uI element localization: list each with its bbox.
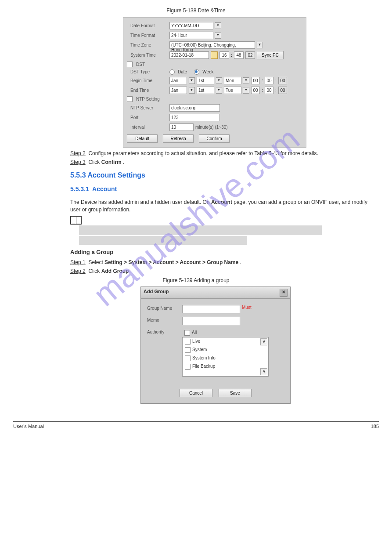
dst-checkbox[interactable] — [127, 62, 133, 67]
memo-input[interactable] — [182, 317, 240, 325]
scroll-down-icon[interactable]: ∨ — [260, 368, 267, 375]
system-info-checkbox[interactable] — [185, 355, 191, 361]
all-checkbox[interactable] — [184, 330, 190, 336]
section-title: Account Settings — [87, 171, 145, 179]
chevron-down-icon[interactable]: ▼ — [189, 87, 195, 94]
end-ord-select[interactable]: 1st — [197, 87, 214, 94]
time-sep: : — [231, 52, 232, 58]
note-line2-shade — [79, 236, 247, 245]
ntp-checkbox[interactable] — [127, 96, 133, 102]
time-hour-input[interactable]: 16 — [219, 51, 229, 59]
ntp-setting-label: NTP Setting — [136, 97, 160, 102]
chevron-down-icon[interactable]: ▼ — [215, 32, 221, 39]
port-input[interactable]: 123 — [169, 114, 220, 121]
sep: : — [262, 78, 263, 83]
end-s: 00 — [278, 87, 287, 94]
step3-text-b: Confirm — [101, 159, 122, 165]
subsection-account: 5.5.3.1 Account — [70, 185, 379, 192]
time-sec-input[interactable]: 02 — [245, 51, 255, 59]
live-option: Live — [192, 339, 200, 344]
date-format-select[interactable]: YYYY-MM-DD — [169, 22, 213, 29]
addgroup-s1-label: Step 1 — [70, 259, 86, 265]
account-desc-a: The Device has added admin and a hidden … — [70, 199, 211, 205]
system-time-label: System Time — [127, 53, 168, 58]
chevron-down-icon[interactable]: ▼ — [257, 42, 263, 48]
addgroup-step1: Step 1 Select Setting > System > Account… — [70, 259, 379, 265]
end-h[interactable]: 00 — [251, 87, 260, 94]
end-month-select[interactable]: Jan — [169, 87, 187, 94]
time-min-input[interactable]: 48 — [234, 51, 244, 59]
date-input[interactable]: 2022-01-18 — [169, 51, 209, 59]
memo-label: Memo — [147, 317, 182, 323]
footer: User's Manual 185 — [13, 421, 379, 429]
subsection-title: Account — [92, 185, 117, 192]
refresh-button[interactable]: Refresh — [163, 134, 194, 143]
dialog-title: Add Group — [144, 289, 169, 297]
authority-label: Authority — [147, 329, 182, 334]
ntp-server-input[interactable]: clock.isc.org — [169, 104, 220, 112]
default-button[interactable]: Default — [127, 134, 158, 143]
file-backup-checkbox[interactable] — [185, 364, 191, 370]
interval-label: Interval — [127, 125, 168, 130]
chevron-down-icon[interactable]: ▼ — [243, 77, 249, 84]
chevron-down-icon[interactable]: ▼ — [243, 87, 249, 94]
adding-group-heading: Adding a Group — [70, 248, 379, 256]
close-icon[interactable]: ✕ — [280, 289, 288, 297]
account-desc: The Device has added admin and a hidden … — [70, 199, 379, 214]
live-checkbox[interactable] — [185, 339, 191, 345]
sep: : — [275, 78, 277, 83]
begin-s: 00 — [278, 77, 287, 84]
system-info-option: System Info — [192, 356, 216, 361]
must-label: Must — [242, 305, 252, 310]
file-backup-option: File Backup — [192, 364, 215, 369]
begin-month-select[interactable]: Jan — [169, 77, 187, 84]
dst-type-label: DST Type — [127, 69, 168, 74]
section-num: 5.5.3 — [70, 171, 87, 179]
begin-ord-select[interactable]: 1st — [197, 77, 214, 84]
dst-date-option: Date — [178, 69, 187, 74]
calendar-icon[interactable] — [211, 51, 218, 59]
addgroup-s2-b: Add Group — [101, 268, 129, 274]
sync-pc-button[interactable]: Sync PC — [257, 51, 284, 59]
chevron-down-icon[interactable]: ▼ — [216, 87, 222, 94]
begin-m[interactable]: 00 — [265, 77, 273, 84]
system-option: System — [192, 348, 207, 352]
addgroup-s2-c: . — [130, 268, 132, 274]
scroll-up-icon[interactable]: ∧ — [260, 338, 267, 345]
authority-list: Live System System Info File Backup ∧ ∨ — [182, 337, 269, 377]
confirm-button[interactable]: Confirm — [199, 134, 230, 143]
port-label: Port — [127, 115, 168, 120]
cancel-button[interactable]: Cancel — [180, 389, 212, 397]
note-line1-shade — [79, 225, 322, 235]
begin-h[interactable]: 00 — [251, 77, 260, 84]
save-button[interactable]: Save — [219, 389, 252, 397]
begin-day-select[interactable]: Mon — [224, 77, 241, 84]
chevron-down-icon[interactable]: ▼ — [189, 77, 195, 84]
interval-input[interactable]: 10 — [169, 123, 194, 131]
end-day-select[interactable]: Tue — [224, 87, 241, 94]
group-name-input[interactable] — [182, 305, 240, 313]
group-name-label: Group Name — [147, 305, 182, 311]
note-icon — [70, 216, 82, 225]
dst-date-radio[interactable] — [169, 69, 175, 75]
sep: : — [262, 87, 263, 93]
dst-week-radio[interactable] — [194, 69, 199, 75]
interval-unit: minute(s) (1~30) — [195, 125, 228, 130]
addgroup-s1-a: Select — [88, 259, 104, 265]
chevron-down-icon[interactable]: ▼ — [216, 77, 222, 84]
account-desc-b: Account — [211, 199, 232, 205]
chevron-down-icon[interactable]: ▼ — [215, 22, 221, 29]
step3-label: Step 3 — [70, 159, 86, 165]
ntp-server-label: NTP Server — [127, 105, 168, 110]
time-format-label: Time Format — [127, 33, 168, 38]
addgroup-s2-label: Step 2 — [70, 268, 86, 274]
end-m[interactable]: 00 — [265, 87, 273, 94]
add-group-dialog: Add Group ✕ Group Name Must Memo Authori… — [140, 287, 291, 404]
watermark: manualshive.com — [86, 120, 306, 314]
step2: Step 2 Configure parameters according to… — [70, 150, 379, 156]
time-format-select[interactable]: 24-Hour — [169, 32, 213, 39]
end-time-label: End Time — [127, 88, 168, 93]
system-checkbox[interactable] — [185, 347, 191, 353]
addgroup-step2: Step 2 Click Add Group . — [70, 268, 379, 274]
time-zone-select[interactable]: (UTC+08:00) Beijing, Chongqing, Hong Kon… — [169, 41, 255, 49]
